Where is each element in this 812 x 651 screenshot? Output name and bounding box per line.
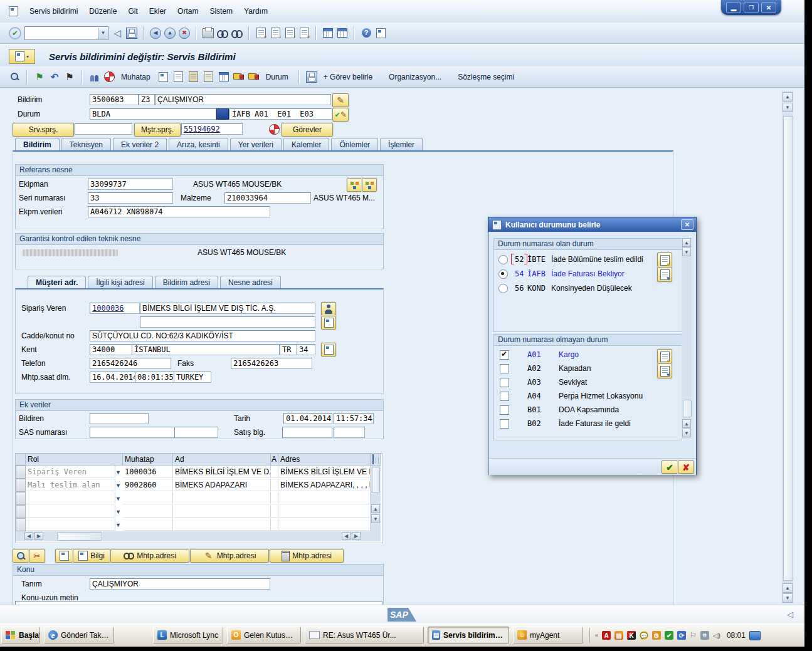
gorev-belirle-button[interactable]: + Görev belirle (306, 71, 376, 83)
rol-dropdown-icon[interactable]: ▼ (115, 469, 121, 476)
check-a03-sevkiyat[interactable] (500, 378, 509, 387)
equipment-structure-button[interactable] (347, 178, 362, 192)
cadde-field[interactable]: SÜTÇÜYOLU CD. NO:62/3 KADIKÖY/İST (90, 330, 315, 341)
bolge-field[interactable]: 34 (297, 344, 315, 355)
radio-52-ibte[interactable] (498, 255, 508, 264)
cell-rol[interactable]: Sipariş Veren (26, 466, 115, 478)
equipment-hierarchy-button[interactable] (362, 178, 377, 192)
tab-bildirim[interactable]: Bildirim (15, 138, 60, 151)
dialog-page-down-icon[interactable]: ▼ (682, 429, 691, 437)
task-gelen-kutusu[interactable]: O Gelen Kutusu - belgi... (227, 627, 301, 643)
rol-dropdown-icon[interactable]: ▼ (115, 522, 121, 528)
reset-icon[interactable] (49, 71, 60, 83)
tray-gear-icon[interactable]: ⚙ (652, 631, 661, 640)
cell-adres[interactable]: BİMEKS BİLGİ İŞLEM VE DIŞ (278, 466, 371, 478)
check-a04-perpa[interactable] (500, 392, 509, 401)
partner-detail-button[interactable] (321, 302, 336, 316)
task-gonderi-takibi[interactable]: e Gönderi Takibi > Bil... (44, 627, 114, 643)
ekipman-field[interactable]: 33099737 (88, 179, 173, 190)
row-selector[interactable] (16, 466, 26, 479)
malzeme-field[interactable]: 210033964 (224, 192, 311, 204)
display-mhtp-adresi-button[interactable]: Mhtp.adresi (110, 549, 189, 563)
mhtp-time-field[interactable]: 08:01:35 (135, 372, 175, 383)
bildirim-number-field[interactable]: 3500683 (90, 94, 139, 105)
tab-ariza-kesinti[interactable]: Arıza, kesinti (169, 138, 228, 151)
layout-menu-icon[interactable] (375, 28, 386, 39)
telefon-field[interactable]: 2165426246 (90, 358, 171, 369)
cell-ad[interactable] (271, 518, 278, 531)
dialog-scroll-down-icon[interactable]: ▼ (682, 247, 691, 256)
command-field[interactable]: ▼ (24, 26, 108, 40)
table-hscrollbar[interactable]: ◀ ▶ ◀ ▶ (16, 531, 381, 541)
mhtp-zone-field[interactable]: TURKEY (174, 372, 211, 383)
cell-a[interactable] (271, 479, 278, 491)
dialog-cancel-button[interactable] (678, 461, 694, 474)
table-vscrollbar[interactable]: ▲ ▼ (371, 466, 381, 531)
previous-page-icon[interactable]: ‹ (270, 28, 281, 39)
help-icon[interactable] (361, 28, 372, 39)
srv-sprs-button[interactable]: Srv.sprş. (13, 123, 74, 137)
table-scroll-left-icon[interactable]: ◀ (24, 532, 33, 540)
col-header-muhatap[interactable]: Muhatap (123, 454, 173, 466)
col-header-a[interactable]: A (271, 454, 278, 466)
dialog-ok-button[interactable] (662, 461, 678, 474)
tray-sync-icon[interactable]: ⟳ (677, 631, 686, 640)
print-icon[interactable] (203, 28, 214, 39)
command-dropdown-icon[interactable]: ▼ (98, 28, 108, 39)
row-selector[interactable] (16, 492, 26, 505)
minimize-icon[interactable]: ▬ (726, 2, 741, 13)
durum-field[interactable]: BLDA (90, 108, 216, 120)
tray-expand-icon[interactable]: « (595, 632, 598, 638)
shortcut-icon[interactable] (337, 28, 348, 39)
cell-rol[interactable] (26, 505, 115, 518)
table-scroll-right-icon-2[interactable]: ▶ (352, 532, 361, 540)
set-status-button[interactable] (332, 108, 349, 122)
tab-teknisyen[interactable]: Teknisyen (61, 138, 111, 151)
save-icon[interactable] (126, 28, 137, 39)
cancel-icon[interactable] (179, 28, 190, 39)
sas-field-2[interactable] (174, 427, 218, 438)
tab-onlemler[interactable]: Önlemler (331, 138, 378, 151)
table-scroll-down-icon[interactable]: ▼ (371, 514, 380, 523)
copy-document-icon[interactable] (173, 71, 184, 83)
cell-muhatap[interactable] (123, 505, 173, 518)
edit-description-button[interactable] (332, 93, 349, 107)
dialog-scroll-up-icon[interactable]: ▲ (682, 238, 691, 247)
cell-a[interactable] (271, 492, 278, 504)
mstr-sprs-field[interactable]: 55194692 (181, 123, 243, 135)
kent-field[interactable]: İSTANBUL (132, 344, 280, 355)
next-page-icon[interactable]: › (284, 28, 295, 39)
tarih-time-field[interactable]: 11:57:34 (334, 413, 374, 424)
cell-a[interactable] (271, 505, 278, 518)
cell-ad[interactable] (173, 492, 271, 504)
tray-display-icon[interactable] (749, 631, 761, 640)
overview-icon[interactable] (9, 71, 20, 83)
check-a02-label[interactable]: Kapıadan (559, 364, 591, 373)
rol-dropdown-icon[interactable]: ▼ (115, 509, 121, 515)
check-b02-label[interactable]: İade Faturası ile geldi (559, 419, 631, 428)
find-next-icon[interactable] (231, 28, 243, 39)
task-myagent[interactable]: ☺ myAgent (513, 627, 583, 643)
check-b01-doa[interactable] (500, 405, 509, 415)
table-config-icon[interactable] (372, 454, 374, 464)
close-icon[interactable]: ✕ (761, 2, 776, 13)
tab-yer-verileri[interactable]: Yer verileri (230, 138, 282, 151)
schedule-icon[interactable] (218, 71, 229, 83)
gorevler-button[interactable]: Görevler (282, 123, 333, 137)
tray-network-icon[interactable]: ⌗ (700, 631, 709, 640)
cell-adres[interactable]: BİMEKS ADAPAZARI, , , , B. (278, 479, 371, 491)
dialog-title-bar[interactable]: Kullanıcı durumunu belirle ✕ (488, 217, 696, 232)
menu-yardim[interactable]: Yardım (238, 4, 273, 18)
truck-icon[interactable] (233, 71, 245, 83)
tab-musteri-adr[interactable]: Müşteri adr. (28, 276, 86, 289)
address-note-button[interactable] (321, 316, 336, 330)
main-vscrollbar[interactable]: ▲ ▼ ▲ ▼ (782, 91, 793, 603)
radio-56-kond[interactable] (498, 284, 508, 293)
bildirim-desc-field[interactable]: ÇALIŞMIYOR (155, 94, 331, 105)
title-menu-button[interactable]: ▾ (9, 49, 35, 64)
statusbar-expand-icon[interactable]: ◁ (787, 610, 793, 619)
radio-52-label[interactable]: İade Bölümüne teslim edildi (551, 255, 643, 264)
collapse-toolbar-icon[interactable] (112, 28, 123, 39)
menu-servis-bildirimi[interactable]: Servis bildirimi (24, 4, 83, 18)
cell-rol[interactable] (26, 492, 115, 504)
